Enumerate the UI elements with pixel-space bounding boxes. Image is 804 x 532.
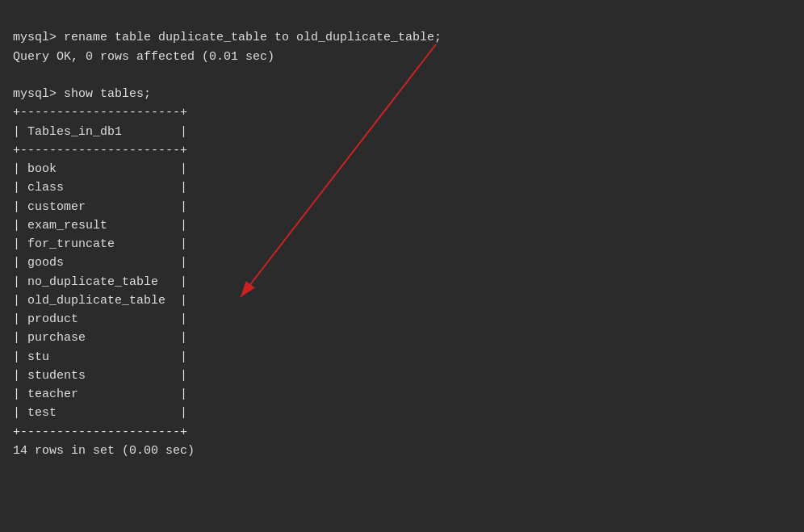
terminal-line: | stu | xyxy=(13,348,791,367)
terminal-line: | Tables_in_db1 | xyxy=(13,123,791,141)
terminal-line: | teacher | xyxy=(13,385,791,404)
terminal-line: | test | xyxy=(13,404,791,422)
terminal-line: Query OK, 0 rows affected (0.01 sec) xyxy=(13,48,791,66)
terminal-line: +----------------------+ xyxy=(13,423,791,442)
terminal-line: | purchase | xyxy=(13,329,791,347)
terminal-line: +----------------------+ xyxy=(13,103,791,122)
terminal-line: 14 rows in set (0.00 sec) xyxy=(13,442,791,460)
terminal-line: | no_duplicate_table | xyxy=(13,273,791,291)
terminal-line xyxy=(13,66,791,85)
terminal-line: | product | xyxy=(13,310,791,329)
terminal-line: | customer | xyxy=(13,198,791,216)
terminal-output: mysql> rename table duplicate_table to o… xyxy=(13,10,791,460)
terminal-line: mysql> show tables; xyxy=(13,85,791,103)
terminal-line: | class | xyxy=(13,178,791,197)
terminal-line: | exam_result | xyxy=(13,216,791,235)
terminal-line: | for_truncate | xyxy=(13,235,791,253)
terminal-line: | goods | xyxy=(13,253,791,272)
terminal-line: | students | xyxy=(13,367,791,385)
terminal-line: | old_duplicate_table | xyxy=(13,291,791,310)
terminal-line: | book | xyxy=(13,160,791,178)
terminal-line: mysql> rename table duplicate_table to o… xyxy=(13,28,791,47)
terminal-line: +----------------------+ xyxy=(13,141,791,160)
